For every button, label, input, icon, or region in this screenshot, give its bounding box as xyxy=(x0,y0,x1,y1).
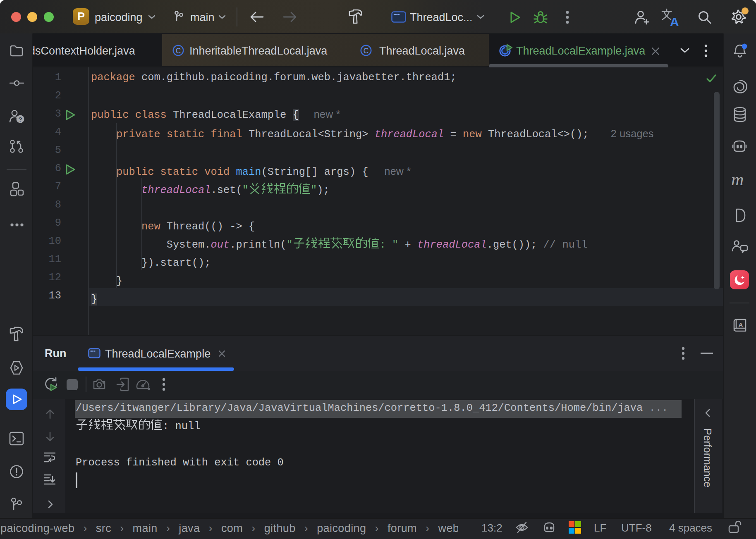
svg-text:A: A xyxy=(739,321,743,328)
svg-text:C: C xyxy=(364,47,369,55)
svg-text:?: ? xyxy=(18,116,22,123)
svg-text:C: C xyxy=(176,47,181,55)
